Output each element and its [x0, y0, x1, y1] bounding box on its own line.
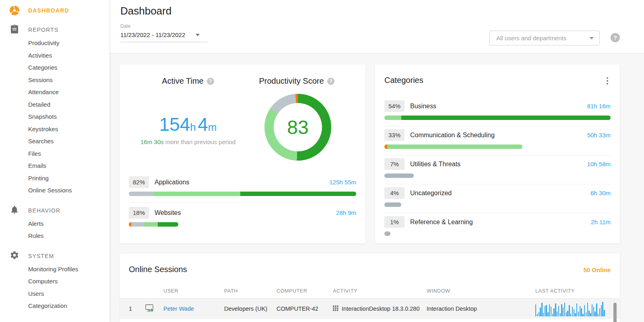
date-range-picker[interactable]: Date 11/23/2022 - 11/23/2022 — [120, 23, 207, 42]
window-cell: Interaction Desktop — [427, 305, 535, 312]
metric-time: 125h 55m — [329, 179, 356, 186]
row-index: 1 — [129, 305, 145, 312]
productivity-donut-chart: 83 — [264, 94, 331, 161]
dashboard-content: Active Time Productivity Score 154h 4m 1… — [110, 54, 644, 322]
monitor-online-icon — [145, 304, 163, 314]
sidebar-item-productivity[interactable]: Productivity — [0, 37, 109, 50]
sidebar-brand-label: DASHBOARD — [28, 7, 69, 14]
sidebar-item-computers[interactable]: Computers — [0, 275, 109, 288]
date-label: Date — [120, 23, 207, 29]
sidebar-item-printing[interactable]: Printing — [0, 172, 109, 185]
category-label: Communication & Scheduling — [410, 132, 495, 139]
sidebar-item-dashboard[interactable]: DASHBOARD — [0, 0, 109, 16]
active-time-card: Active Time Productivity Score 154h 4m 1… — [120, 64, 365, 244]
metric-row-applications: 82%Applications125h 55m — [129, 172, 356, 202]
column-header-user: USER — [163, 288, 224, 294]
user-cell: Peter Wade — [163, 305, 224, 312]
users-departments-select[interactable]: All users and departments — [489, 31, 600, 45]
session-table-row[interactable]: 1Peter WadeDevelopers (UK)COMPUTER-42Int… — [120, 298, 620, 319]
computer-cell: COMPUTER-42 — [277, 305, 333, 312]
sidebar-item-monitoring-profiles[interactable]: Monitoring Profiles — [0, 263, 109, 276]
category-label: Utilities & Threats — [410, 161, 460, 168]
metric-row-websites: 18%Websites28h 9m — [129, 202, 356, 233]
category-row-communication-scheduling: 33%Communication & Scheduling50h 33m — [384, 126, 611, 155]
sidebar-item-snapshots[interactable]: Snapshots — [0, 111, 109, 123]
date-range-value: 11/23/2022 - 11/23/2022 — [120, 31, 185, 38]
sidebar-item-categories[interactable]: Categories — [0, 62, 109, 74]
scrollbar-thumb[interactable] — [613, 303, 617, 322]
sidebar-section-label: SYSTEM — [28, 253, 54, 259]
category-time: 2h 11m — [591, 219, 611, 225]
sidebar-item-attendance[interactable]: Attendance — [0, 86, 109, 99]
sidebar-item-emails[interactable]: Emails — [0, 160, 109, 172]
path-cell: Developers (UK) — [224, 305, 277, 312]
sidebar-item-keystrokes[interactable]: Keystrokes — [0, 123, 109, 136]
column-header-activity: ACTIVITY — [333, 288, 427, 294]
column-header-computer: COMPUTER — [277, 288, 333, 294]
column-header-last-activity: LAST ACTIVITY — [535, 288, 611, 294]
sidebar-section-behavior[interactable]: BEHAVIOR — [0, 203, 109, 218]
category-label: Business — [410, 103, 436, 110]
sidebar-item-alerts[interactable]: Alerts — [0, 218, 109, 230]
online-sessions-title: Online Sessions — [129, 265, 187, 274]
kebab-menu-icon[interactable] — [604, 76, 611, 85]
productivity-score-title: Productivity Score — [236, 76, 357, 86]
metric-bar — [129, 222, 178, 227]
categories-card: Categories 54%Business81h 16m33%Communic… — [375, 64, 620, 244]
online-count-badge: 50 Online — [583, 266, 611, 273]
sidebar-section-reports[interactable]: REPORTS — [0, 23, 109, 37]
page-title: Dashboard — [120, 5, 171, 17]
chevron-down-icon — [590, 37, 594, 39]
metric-time: 28h 9m — [336, 209, 356, 216]
gear-icon — [10, 250, 19, 262]
help-icon[interactable] — [611, 33, 620, 42]
category-row-reference-learning: 1%Reference & Learning2h 11m — [384, 213, 611, 242]
category-row-business: 54%Business81h 16m — [384, 97, 611, 126]
user-link[interactable]: Peter Wade — [163, 305, 194, 312]
metric-label: Websites — [155, 209, 181, 217]
category-bar — [384, 231, 390, 236]
category-bar — [384, 202, 401, 207]
categories-list: 54%Business81h 16m33%Communication & Sch… — [384, 97, 611, 242]
category-label: Reference & Learning — [410, 219, 473, 226]
category-time: 50h 33m — [587, 132, 611, 138]
sidebar-item-searches[interactable]: Searches — [0, 135, 109, 148]
sidebar-item-online-sessions[interactable]: Online Sessions — [0, 184, 109, 197]
categories-title: Categories — [384, 76, 423, 85]
productivity-score-value: 83 — [264, 94, 331, 161]
sidebar-item-rules[interactable]: Rules — [0, 230, 109, 242]
sidebar-item-categorization[interactable]: Categorization — [0, 300, 109, 312]
active-time-value: 154h 4m — [128, 114, 248, 135]
active-time-delta: 16m 30s more than previous period — [120, 138, 256, 145]
page-header: Dashboard Date 11/23/2022 - 11/23/2022 A… — [110, 0, 644, 54]
category-bar — [384, 116, 611, 120]
chevron-down-icon — [196, 34, 200, 36]
sessions-table-header: USERPATHCOMPUTERACTIVITYWINDOWLAST ACTIV… — [129, 286, 611, 296]
last-activity-cell — [535, 301, 611, 316]
help-icon[interactable] — [327, 78, 334, 85]
sidebar-item-detailed[interactable]: Detailed — [0, 99, 109, 111]
percent-badge: 82% — [129, 176, 149, 188]
metric-label: Applications — [155, 179, 189, 186]
column-header-window: WINDOW — [427, 288, 535, 294]
category-time: 81h 16m — [587, 103, 611, 109]
percent-badge: 1% — [384, 216, 405, 228]
online-sessions-card: Online Sessions 50 Online USERPATHCOMPUT… — [120, 254, 620, 322]
sidebar-item-activities[interactable]: Activities — [0, 50, 109, 62]
sidebar-section-system[interactable]: SYSTEM — [0, 249, 109, 263]
activity-text: InteractionDesktop 18.3.0.280 — [342, 305, 419, 312]
percent-badge: 54% — [384, 100, 405, 112]
bell-icon — [10, 205, 19, 216]
percent-badge: 33% — [384, 129, 405, 141]
sidebar-item-sessions[interactable]: Sessions — [0, 74, 109, 87]
sidebar-section-label: REPORTS — [28, 27, 58, 33]
users-departments-placeholder: All users and departments — [496, 35, 566, 41]
main-area: Dashboard Date 11/23/2022 - 11/23/2022 A… — [110, 0, 644, 322]
sidebar-item-users[interactable]: Users — [0, 288, 109, 300]
category-row-uncategorized: 4%Uncategorized6h 30m — [384, 184, 611, 213]
category-bar — [384, 173, 414, 178]
category-row-utilities-threats: 7%Utilities & Threats10h 58m — [384, 155, 611, 184]
activity-sparkline — [535, 301, 611, 316]
help-icon[interactable] — [207, 78, 214, 85]
sidebar-item-files[interactable]: Files — [0, 148, 109, 160]
